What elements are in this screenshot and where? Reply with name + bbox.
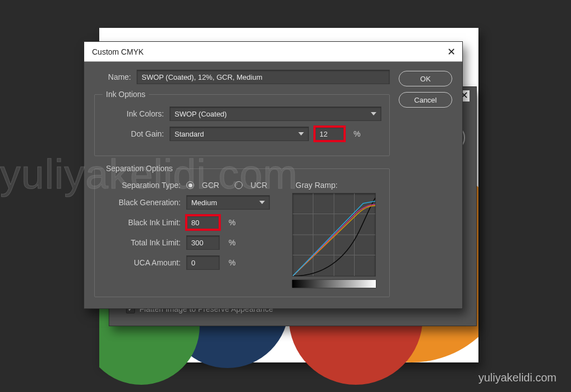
ucr-radio-label[interactable]: UCR [250, 181, 267, 190]
dot-gain-value: Standard [175, 130, 204, 138]
gray-ramp-gradient [292, 280, 376, 288]
separation-options-group: Separation Options Separation Type: GCR … [94, 164, 390, 297]
ink-colors-label: Ink Colors: [103, 109, 164, 118]
uca-amount-label: UCA Amount: [103, 258, 181, 267]
uca-amount-value: 0 [191, 259, 195, 267]
gcr-radio-label[interactable]: GCR [202, 181, 219, 190]
black-ink-limit-row: Black Ink Limit: 80 % [103, 215, 282, 230]
pct-sign: % [229, 238, 235, 247]
pct-sign: % [229, 258, 235, 267]
name-row: Name: SWOP (Coated), 12%, GCR, Medium [94, 70, 390, 84]
ok-button[interactable]: OK [399, 71, 452, 86]
chevron-down-icon [371, 112, 376, 115]
ok-label: OK [420, 75, 431, 83]
dot-gain-pct-input[interactable]: 12 [314, 127, 345, 141]
black-ink-limit-value: 80 [191, 219, 199, 227]
close-icon[interactable]: ✕ [447, 47, 456, 57]
ink-colors-select[interactable]: SWOP (Coated) [170, 107, 381, 121]
black-generation-select[interactable]: Medium [186, 195, 270, 210]
total-ink-limit-row: Total Ink Limit: 300 % [103, 235, 282, 250]
titlebar[interactable]: Custom CMYK ✕ [84, 42, 462, 62]
total-ink-limit-value: 300 [191, 239, 204, 247]
gcr-radio[interactable] [186, 181, 194, 189]
black-ink-limit-label: Black Ink Limit: [103, 218, 181, 227]
gray-ramp-label: Gray Ramp: [296, 181, 381, 190]
gray-ramp-chart [292, 193, 376, 277]
name-value: SWOP (Coated), 12%, GCR, Medium [142, 73, 263, 81]
black-generation-row: Black Generation: Medium [103, 195, 282, 210]
uca-amount-row: UCA Amount: 0 % [103, 255, 282, 270]
cancel-button[interactable]: Cancel [399, 92, 452, 108]
name-label: Name: [94, 72, 131, 81]
custom-cmyk-dialog: Custom CMYK ✕ Name: SWOP (Coated), 12%, … [84, 41, 463, 309]
separation-options-legend: Separation Options [103, 164, 176, 173]
black-generation-label: Black Generation: [103, 198, 181, 207]
dot-gain-pct-value: 12 [320, 130, 327, 138]
total-ink-limit-input[interactable]: 300 [186, 235, 220, 250]
ucr-radio[interactable] [235, 181, 243, 189]
ink-colors-value: SWOP (Coated) [175, 110, 227, 118]
name-input[interactable]: SWOP (Coated), 12%, GCR, Medium [137, 70, 390, 84]
pct-sign: % [354, 129, 360, 138]
dot-gain-label: Dot Gain: [103, 129, 164, 138]
black-generation-value: Medium [191, 199, 217, 207]
ink-colors-row: Ink Colors: SWOP (Coated) [103, 107, 381, 121]
separation-type-row: Separation Type: GCR UCR [103, 181, 282, 190]
ink-options-legend: Ink Options [103, 90, 149, 99]
uca-amount-input[interactable]: 0 [186, 255, 220, 270]
dot-gain-row: Dot Gain: Standard 12 % [103, 127, 381, 141]
dialog-title: Custom CMYK [92, 47, 144, 56]
pct-sign: % [229, 218, 235, 227]
total-ink-limit-label: Total Ink Limit: [103, 238, 181, 247]
chevron-down-icon [298, 132, 304, 135]
dot-gain-select[interactable]: Standard [170, 127, 309, 141]
cancel-label: Cancel [414, 96, 437, 104]
chevron-down-icon [259, 201, 265, 204]
black-ink-limit-input[interactable]: 80 [186, 215, 220, 230]
watermark-small: yuliyakelidi.com [478, 371, 557, 384]
ink-options-group: Ink Options Ink Colors: SWOP (Coated) Do… [94, 90, 390, 156]
separation-type-label: Separation Type: [103, 181, 181, 190]
